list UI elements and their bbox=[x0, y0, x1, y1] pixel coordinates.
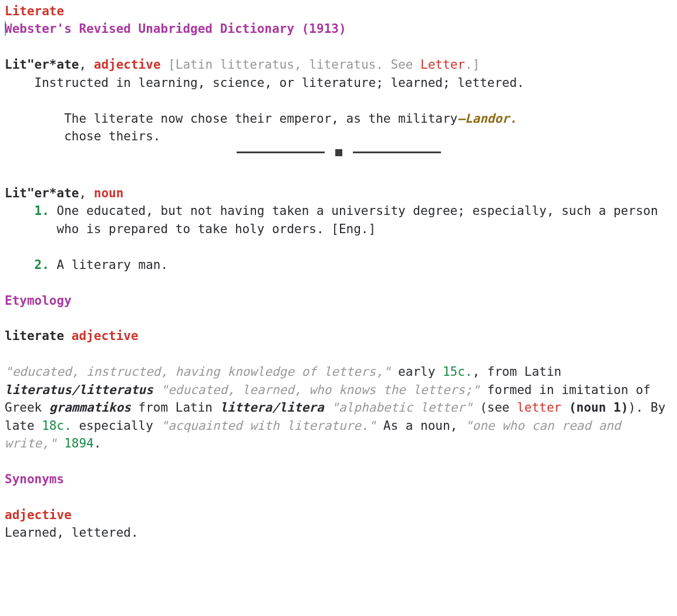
etymology-headword: literate bbox=[5, 329, 64, 343]
sense-item: One educated, but not having taken a uni… bbox=[35, 202, 672, 238]
see-link-letter[interactable]: letter bbox=[517, 400, 561, 415]
entry-title: Literate bbox=[5, 2, 672, 20]
etymology-pos: adjective bbox=[72, 329, 139, 343]
section-heading-etymology: Etymology bbox=[5, 292, 672, 309]
headword: Lit"er*ate bbox=[5, 186, 79, 200]
see-link-letter[interactable]: Letter bbox=[420, 58, 465, 72]
section-divider bbox=[5, 149, 672, 156]
bracket-close: .] bbox=[465, 58, 480, 72]
etymology-headword-line: literate adjective bbox=[5, 327, 672, 345]
divider-line-right bbox=[353, 152, 441, 153]
etymology-inline: Latin litteratus, literatus. See bbox=[176, 58, 420, 72]
sense-item: A literary man. bbox=[35, 256, 672, 274]
year: 1894 bbox=[64, 436, 94, 450]
divider-square-icon bbox=[335, 149, 342, 156]
part-of-speech: noun bbox=[94, 186, 124, 200]
entry-head: Lit"er*ate, noun bbox=[5, 184, 672, 202]
source-text: Webster's Revised Unabridged Dictionary … bbox=[5, 22, 346, 36]
year: 18c. bbox=[42, 419, 72, 433]
title-text: Literate bbox=[5, 4, 64, 18]
part-of-speech: adjective bbox=[94, 58, 161, 72]
bracket-open: [ bbox=[161, 58, 176, 72]
entry-adjective: Lit"er*ate, adjective [Latin litteratus,… bbox=[5, 56, 672, 145]
quotation-attribution: —Landor. bbox=[457, 110, 517, 146]
sense-list: One educated, but not having taken a uni… bbox=[5, 202, 672, 274]
year: 15c. bbox=[443, 365, 473, 379]
section-heading-synonyms: Synonyms bbox=[5, 470, 672, 488]
entry-head: Lit"er*ate, adjective [Latin litteratus,… bbox=[5, 56, 672, 73]
quotation-block: The literate now chose their emperor, as… bbox=[64, 110, 517, 146]
source-line: Webster's Revised Unabridged Dictionary … bbox=[5, 20, 672, 38]
quotation-text: The literate now chose their emperor, as… bbox=[64, 110, 457, 146]
divider-line-left bbox=[237, 152, 325, 153]
etymology-paragraph: "educated, instructed, having knowledge … bbox=[5, 363, 672, 452]
definition-text: Instructed in learning, science, or lite… bbox=[5, 74, 672, 92]
synonyms-list: Learned, lettered. bbox=[5, 524, 672, 541]
headword: Lit"er*ate bbox=[5, 58, 79, 72]
synonyms-pos: adjective bbox=[5, 506, 672, 524]
entry-noun: Lit"er*ate, noun One educated, but not h… bbox=[5, 184, 672, 274]
